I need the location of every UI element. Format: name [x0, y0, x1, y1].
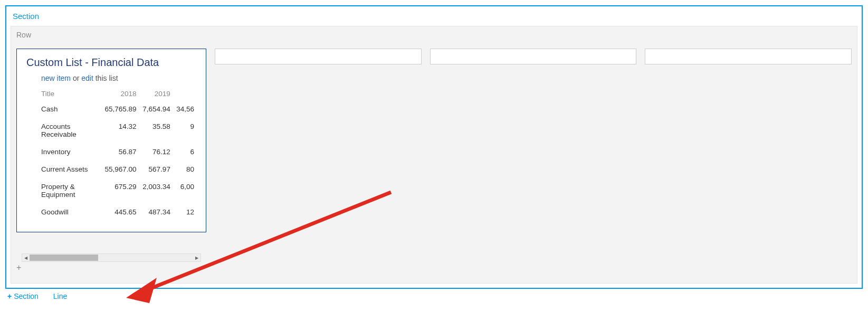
cell-title: Cash — [26, 102, 101, 119]
cell-2018: 14.32 — [101, 119, 139, 145]
cell-extra: 80 — [173, 162, 196, 180]
list-actions: new item or edit this list — [26, 72, 196, 88]
col-header-2019[interactable]: 2019 — [139, 88, 173, 102]
add-row-button[interactable]: + — [11, 262, 857, 277]
cell-2018: 675.29 — [101, 180, 139, 205]
cell-extra: 6 — [173, 145, 196, 162]
edit-list-link[interactable]: edit — [81, 74, 93, 82]
col-header-2018[interactable]: 2018 — [101, 88, 139, 102]
table-row[interactable]: Current Assets55,967.00567.9780 — [26, 162, 196, 180]
cell-title: Accounts Receivable — [26, 119, 101, 145]
cell-2018: 55,967.00 — [101, 162, 139, 180]
col-header-title[interactable]: Title — [26, 88, 101, 102]
cell-2019: 2,003.34 — [139, 180, 173, 205]
cell-extra: 6,00 — [173, 180, 196, 205]
new-item-link[interactable]: new item — [41, 74, 71, 82]
table-header-row: Title 2018 2019 — [26, 88, 196, 102]
cell-title: Inventory — [26, 145, 101, 162]
webpart-empty-zone-3[interactable] — [645, 49, 852, 64]
cell-extra: 9 — [173, 119, 196, 145]
webpart-empty-zone-1[interactable] — [215, 49, 422, 64]
cell-2018: 65,765.89 — [101, 102, 139, 119]
scroll-right-icon[interactable]: ▶ — [193, 254, 201, 261]
plus-icon: + — [16, 263, 21, 272]
plus-icon: + — [7, 292, 14, 300]
table-row[interactable]: Accounts Receivable14.3235.589 — [26, 119, 196, 145]
actions-sep: or — [71, 74, 81, 82]
cell-title: Goodwill — [26, 205, 101, 222]
scroll-thumb[interactable] — [30, 255, 98, 261]
cell-2019: 76.12 — [139, 145, 173, 162]
row-container[interactable]: Row Custom List - Financial Data new ite… — [11, 26, 857, 284]
webpart-empty-zone-2[interactable] — [430, 49, 637, 64]
cell-2019: 487.34 — [139, 205, 173, 222]
cell-2019: 7,654.94 — [139, 102, 173, 119]
section-container[interactable]: Section Row Custom List - Financial Data… — [5, 5, 863, 289]
add-line-button[interactable]: Line — [53, 292, 73, 300]
table-row[interactable]: Property & Equipment675.292,003.346,00 — [26, 180, 196, 205]
actions-tail: this list — [93, 74, 118, 82]
row-body: Custom List - Financial Data new item or… — [11, 42, 857, 262]
horizontal-scrollbar[interactable]: ◀ ▶ — [22, 253, 201, 262]
scroll-track[interactable] — [30, 255, 193, 261]
list-title: Custom List - Financial Data — [26, 57, 196, 69]
cell-2019: 35.58 — [139, 119, 173, 145]
cell-extra: 12 — [173, 205, 196, 222]
list-table: Title 2018 2019 Cash65,765.897,654.9434,… — [26, 88, 196, 222]
table-row[interactable]: Goodwill445.65487.3412 — [26, 205, 196, 222]
col-header-extra[interactable] — [173, 88, 196, 102]
cell-title: Current Assets — [26, 162, 101, 180]
table-row[interactable]: Inventory56.8776.126 — [26, 145, 196, 162]
scroll-left-icon[interactable]: ◀ — [22, 254, 30, 261]
webpart-custom-list[interactable]: Custom List - Financial Data new item or… — [16, 49, 206, 232]
cell-2018: 445.65 — [101, 205, 139, 222]
cell-2019: 567.97 — [139, 162, 173, 180]
cell-title: Property & Equipment — [26, 180, 101, 205]
add-bar: +Section Line — [5, 289, 863, 304]
section-label[interactable]: Section — [6, 6, 862, 24]
table-row[interactable]: Cash65,765.897,654.9434,56 — [26, 102, 196, 119]
row-label[interactable]: Row — [11, 26, 857, 42]
cell-2018: 56.87 — [101, 145, 139, 162]
add-section-button[interactable]: +Section — [7, 292, 51, 300]
cell-extra: 34,56 — [173, 102, 196, 119]
